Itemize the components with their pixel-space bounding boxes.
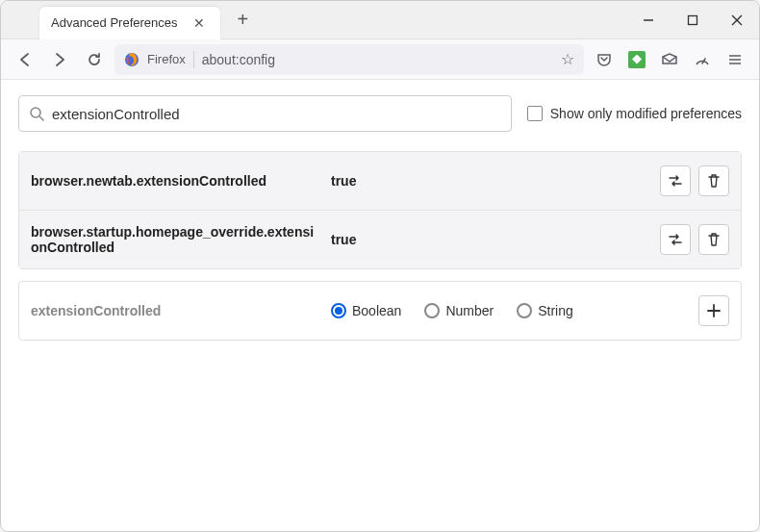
new-preference-section: extensionControlled Boolean Number Strin… <box>18 281 742 341</box>
titlebar: Advanced Preferences ✕ + <box>1 1 759 39</box>
maximize-button[interactable] <box>671 1 715 39</box>
row-actions <box>660 224 729 255</box>
preference-list: browser.newtab.extensionControlled true … <box>18 151 742 269</box>
radio-label: String <box>538 303 573 318</box>
search-box[interactable] <box>18 95 512 132</box>
search-input[interactable] <box>52 106 501 122</box>
forward-button[interactable] <box>45 45 74 74</box>
radio-icon <box>331 303 346 318</box>
radio-icon <box>517 303 532 318</box>
extension-icon[interactable] <box>622 45 651 74</box>
url-text: about:config <box>202 52 275 67</box>
firefox-icon <box>124 52 139 67</box>
reload-button[interactable] <box>80 45 109 74</box>
toggle-button[interactable] <box>660 165 691 196</box>
close-window-button[interactable] <box>715 1 759 39</box>
toolbar: Firefox about:config ☆ <box>1 39 759 80</box>
preference-value: true <box>331 232 648 247</box>
divider <box>193 51 194 68</box>
pocket-icon[interactable] <box>590 45 619 74</box>
radio-number[interactable]: Number <box>424 303 494 318</box>
delete-button[interactable] <box>698 165 729 196</box>
preference-value: true <box>331 173 648 189</box>
preference-name: browser.newtab.extensionControlled <box>31 173 319 189</box>
identity-label: Firefox <box>147 52 186 66</box>
toggle-button[interactable] <box>660 224 691 255</box>
radio-label: Number <box>445 303 494 318</box>
show-modified-label: Show only modified preferences <box>550 106 742 121</box>
speed-icon[interactable] <box>688 45 717 74</box>
tab-title: Advanced Preferences <box>51 15 178 30</box>
preference-name: browser.startup.homepage_override.extens… <box>31 224 319 255</box>
toolbar-right <box>590 45 749 74</box>
back-button[interactable] <box>11 45 39 74</box>
close-tab-icon[interactable]: ✕ <box>190 15 209 31</box>
browser-tab[interactable]: Advanced Preferences ✕ <box>39 7 220 39</box>
radio-label: Boolean <box>352 303 401 318</box>
radio-boolean[interactable]: Boolean <box>331 303 401 318</box>
minimize-button[interactable] <box>626 1 671 39</box>
delete-button[interactable] <box>698 224 729 255</box>
row-actions <box>698 295 729 326</box>
row-actions <box>660 165 729 196</box>
svg-rect-1 <box>689 15 697 24</box>
new-tab-button[interactable]: + <box>232 9 255 31</box>
radio-icon <box>424 303 440 318</box>
preference-row[interactable]: browser.startup.homepage_override.extens… <box>19 211 741 268</box>
url-bar[interactable]: Firefox about:config ☆ <box>114 44 584 75</box>
menu-icon[interactable] <box>721 45 749 74</box>
search-row: Show only modified preferences <box>18 95 742 132</box>
preference-row[interactable]: browser.newtab.extensionControlled true <box>19 152 741 211</box>
radio-string[interactable]: String <box>517 303 573 318</box>
inbox-icon[interactable] <box>655 45 684 74</box>
type-radio-group: Boolean Number String <box>331 303 687 318</box>
content: Show only modified preferences browser.n… <box>1 80 759 356</box>
checkbox-icon <box>527 106 543 121</box>
new-preference-row: extensionControlled Boolean Number Strin… <box>19 282 741 340</box>
search-icon <box>29 106 44 121</box>
window: Advanced Preferences ✕ + <box>0 0 760 532</box>
window-controls <box>626 1 759 39</box>
add-button[interactable] <box>698 295 729 326</box>
show-modified-checkbox[interactable]: Show only modified preferences <box>527 106 742 121</box>
svg-line-10 <box>39 116 43 120</box>
new-preference-name: extensionControlled <box>31 303 319 318</box>
bookmark-star-icon[interactable]: ☆ <box>561 50 574 68</box>
